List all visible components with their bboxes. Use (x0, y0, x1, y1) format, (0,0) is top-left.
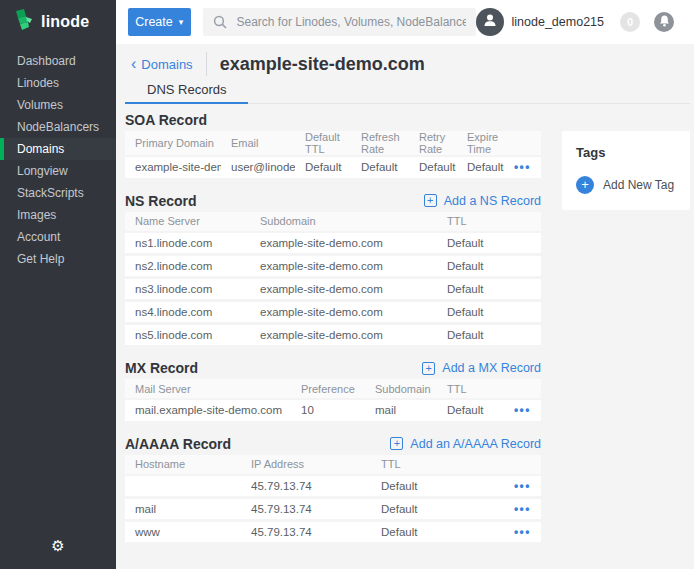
table-cell: 10 (291, 399, 365, 422)
tags-title: Tags (576, 145, 676, 160)
column-header: Default TTL (295, 131, 351, 156)
table-cell: Default (371, 475, 456, 498)
sidebar: linode DashboardLinodesVolumesNodeBalanc… (0, 0, 116, 569)
settings-gear-icon[interactable]: ⚙ (51, 537, 64, 555)
actions-column-header (509, 131, 541, 156)
search-input[interactable] (203, 8, 476, 36)
table-cell: example-site-demo.com (250, 232, 437, 255)
column-header: Mail Server (125, 379, 291, 399)
plus-box-icon: + (422, 362, 435, 375)
table-cell: 45.79.13.74 (241, 521, 371, 544)
table-row: ns2.linode.comexample-site-demo.comDefau… (125, 255, 541, 278)
table-cell: example-site-demo.com (250, 278, 437, 301)
table-cell: mail (125, 498, 241, 521)
app-window: linode DashboardLinodesVolumesNodeBalanc… (0, 0, 694, 569)
sidebar-footer: ⚙ (0, 523, 116, 569)
section-mx-record: MX Record + Add a MX Record (125, 360, 541, 376)
add-ns-record-link[interactable]: + Add a NS Record (424, 194, 541, 208)
add-a-record-link[interactable]: + Add an A/AAAA Record (390, 437, 541, 451)
avatar[interactable] (476, 8, 504, 36)
table-cell: ns5.linode.com (125, 324, 250, 347)
table-cell: Default (295, 156, 351, 179)
column-header: Subdomain (250, 212, 437, 232)
notification-badge[interactable]: 0 (620, 12, 640, 32)
row-actions-menu[interactable]: ••• (514, 403, 531, 417)
user-icon (482, 12, 498, 32)
records-column: SOA Record Primary DomainEmailDefault TT… (125, 104, 541, 545)
column-header: Preference (291, 379, 365, 399)
breadcrumb-divider (206, 52, 207, 76)
table-cell: example-site-demo.com (250, 324, 437, 347)
side-column: Tags + Add New Tag (562, 104, 690, 545)
sidebar-item-nodebalancers[interactable]: NodeBalancers (0, 116, 116, 138)
row-actions-menu[interactable]: ••• (514, 479, 531, 493)
table-cell: example-site-demo.com (250, 301, 437, 324)
section-soa-record: SOA Record (125, 112, 541, 128)
column-header: Name Server (125, 212, 250, 232)
username[interactable]: linode_demo215 (512, 15, 604, 29)
table-cell: Default (437, 301, 541, 324)
add-mx-record-link[interactable]: + Add a MX Record (422, 361, 541, 375)
table-row: example-site-demo.comuser@linode.comDefa… (125, 156, 541, 179)
search-icon (213, 15, 227, 33)
column-header: Retry Rate (409, 131, 457, 156)
linode-logo[interactable]: linode (0, 0, 116, 44)
sidebar-item-get-help[interactable]: Get Help (0, 248, 116, 270)
table-cell: Default (371, 498, 456, 521)
add-new-tag-button[interactable]: + Add New Tag (576, 176, 676, 194)
tags-panel: Tags + Add New Tag (562, 131, 690, 210)
column-header: Primary Domain (125, 131, 221, 156)
table-cell: Default (371, 521, 456, 544)
breadcrumb: ‹ Domains example-site-demo.com (125, 52, 694, 76)
sidebar-item-account[interactable]: Account (0, 226, 116, 248)
soa-table: Primary DomainEmailDefault TTLRefresh Ra… (125, 131, 541, 181)
table-cell: Default (457, 156, 509, 179)
sidebar-nav: DashboardLinodesVolumesNodeBalancersDoma… (0, 50, 116, 523)
sidebar-item-dashboard[interactable]: Dashboard (0, 50, 116, 72)
column-header: Refresh Rate (351, 131, 409, 156)
table-cell: example-site-demo.com (125, 156, 221, 179)
actions-cell: ••• (509, 156, 541, 179)
table-cell (125, 475, 241, 498)
section-title: MX Record (125, 360, 198, 376)
table-cell: ns1.linode.com (125, 232, 250, 255)
table-cell: ns2.linode.com (125, 255, 250, 278)
user-menu: linode_demo215 0 (476, 8, 674, 36)
row-actions-menu[interactable]: ••• (514, 160, 531, 174)
plus-box-icon: + (390, 437, 403, 450)
table-cell: www (125, 521, 241, 544)
plus-circle-icon: + (576, 176, 594, 194)
search-bar (203, 8, 476, 36)
table-row: ns5.linode.comexample-site-demo.comDefau… (125, 324, 541, 347)
row-actions-menu[interactable]: ••• (514, 502, 531, 516)
row-actions-menu[interactable]: ••• (514, 525, 531, 539)
column-header: TTL (437, 212, 541, 232)
table-cell: Default (409, 156, 457, 179)
section-title: A/AAAA Record (125, 436, 231, 452)
chevron-down-icon: ▾ (179, 18, 184, 27)
column-header: Hostname (125, 455, 241, 475)
notifications-bell-button[interactable] (654, 12, 674, 32)
table-cell: Default (437, 278, 541, 301)
sidebar-item-longview[interactable]: Longview (0, 160, 116, 182)
table-row: mail.example-site-demo.com10mailDefault•… (125, 399, 541, 422)
breadcrumb-domains-link[interactable]: ‹ Domains (131, 56, 193, 72)
table-cell: Default (437, 324, 541, 347)
ns-table: Name ServerSubdomainTTLns1.linode.comexa… (125, 212, 541, 349)
sidebar-item-images[interactable]: Images (0, 204, 116, 226)
sidebar-item-linodes[interactable]: Linodes (0, 72, 116, 94)
table-row: 45.79.13.74Default••• (125, 475, 541, 498)
table-cell: 45.79.13.74 (241, 498, 371, 521)
actions-cell: ••• (456, 498, 541, 521)
column-header: Expire Time (457, 131, 509, 156)
actions-cell: ••• (456, 521, 541, 544)
create-button[interactable]: Create ▾ (128, 8, 191, 36)
section-title: NS Record (125, 193, 197, 209)
tab-dns-records[interactable]: DNS Records (125, 82, 248, 104)
sidebar-item-volumes[interactable]: Volumes (0, 94, 116, 116)
sidebar-item-domains[interactable]: Domains (0, 138, 116, 160)
bell-icon (659, 13, 670, 31)
sidebar-item-stackscripts[interactable]: StackScripts (0, 182, 116, 204)
table-cell: user@linode.com (221, 156, 295, 179)
table-cell: ns4.linode.com (125, 301, 250, 324)
